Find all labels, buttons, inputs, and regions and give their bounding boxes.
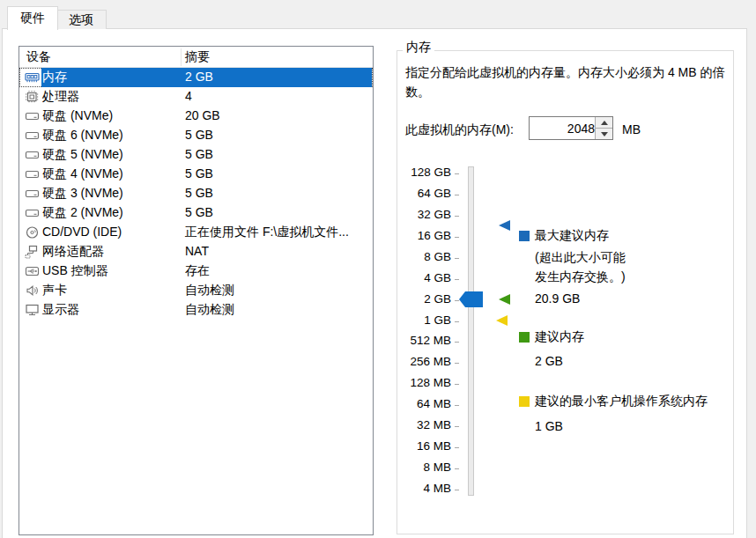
max-memory-legend-label: 最大建议内存 bbox=[535, 228, 609, 244]
scale-tick bbox=[455, 173, 459, 174]
device-row[interactable]: 内存2 GB bbox=[19, 68, 373, 87]
scale-tick bbox=[455, 468, 459, 469]
disk-icon bbox=[25, 148, 40, 162]
minimum-memory-legend-swatch bbox=[519, 396, 530, 407]
down-arrow-icon bbox=[601, 132, 608, 136]
scale-label: 16 GB bbox=[397, 229, 451, 242]
max-memory-legend-swatch bbox=[519, 231, 530, 241]
device-row[interactable]: USB 控制器存在 bbox=[19, 262, 373, 281]
device-name: CD/DVD (IDE) bbox=[42, 225, 122, 239]
scale-tick bbox=[455, 426, 459, 427]
device-summary: 5 GB bbox=[185, 128, 213, 142]
device-name: 硬盘 6 (NVMe) bbox=[42, 128, 123, 144]
device-row[interactable]: 声卡自动检测 bbox=[19, 281, 373, 300]
minimum-memory-value: 1 GB bbox=[535, 419, 563, 433]
disk-icon bbox=[25, 187, 40, 201]
device-name: 声卡 bbox=[42, 283, 67, 298]
scale-tick bbox=[455, 237, 459, 238]
up-arrow-icon bbox=[601, 121, 608, 125]
device-list: 设备 摘要 内存2 GB处理器4硬盘 (NVMe)20 GB硬盘 6 (NVMe… bbox=[19, 46, 374, 535]
scale-tick bbox=[455, 216, 459, 217]
scale-label: 512 MB bbox=[397, 334, 451, 347]
device-name: 硬盘 2 (NVMe) bbox=[42, 205, 123, 221]
device-row[interactable]: 硬盘 3 (NVMe)5 GB bbox=[19, 184, 373, 203]
device-name: USB 控制器 bbox=[42, 263, 108, 279]
scale-tick bbox=[455, 342, 459, 343]
spinner-down-button[interactable] bbox=[596, 129, 612, 139]
scale-label: 32 MB bbox=[397, 418, 451, 431]
scale-label: 128 GB bbox=[397, 166, 451, 179]
scale-tick bbox=[455, 195, 459, 195]
display-icon bbox=[25, 303, 40, 317]
device-row[interactable]: 网络适配器NAT bbox=[19, 242, 373, 262]
scale-label: 4 GB bbox=[397, 271, 451, 284]
device-summary: NAT bbox=[185, 244, 209, 258]
device-summary: 存在 bbox=[185, 263, 210, 279]
device-summary: 5 GB bbox=[185, 166, 213, 181]
device-summary: 20 GB bbox=[185, 108, 220, 122]
scale-label: 128 MB bbox=[397, 376, 451, 389]
column-divider bbox=[181, 48, 182, 66]
device-row[interactable]: 处理器4 bbox=[19, 87, 373, 107]
memory-groupbox-title: 内存 bbox=[403, 40, 434, 55]
scale-label: 32 GB bbox=[397, 208, 451, 221]
scale-label: 8 MB bbox=[397, 461, 451, 474]
scale-label: 4 MB bbox=[397, 482, 451, 495]
tab-hardware[interactable]: 硬件 bbox=[7, 6, 58, 30]
scale-label: 2 GB bbox=[397, 292, 451, 306]
scale-tick bbox=[455, 405, 459, 406]
memory-size-input[interactable] bbox=[530, 117, 597, 139]
scale-tick bbox=[455, 490, 459, 490]
device-name: 显示器 bbox=[42, 302, 79, 318]
device-summary: 5 GB bbox=[185, 147, 213, 161]
device-summary: 自动检测 bbox=[185, 283, 234, 298]
scale-tick bbox=[455, 258, 459, 259]
disk-icon bbox=[25, 109, 40, 123]
scale-label: 8 GB bbox=[397, 250, 451, 263]
scale-label: 1 GB bbox=[397, 313, 451, 327]
memory-unit-label: MB bbox=[622, 122, 641, 136]
device-row[interactable]: 硬盘 (NVMe)20 GB bbox=[19, 107, 373, 126]
memory-icon bbox=[25, 70, 40, 85]
scale-label: 16 MB bbox=[397, 439, 451, 453]
device-row[interactable]: 显示器自动检测 bbox=[19, 300, 373, 320]
scale-tick bbox=[455, 363, 459, 364]
column-header-device: 设备 bbox=[26, 49, 51, 65]
scale-tick bbox=[455, 321, 459, 322]
device-row[interactable]: 硬盘 2 (NVMe)5 GB bbox=[19, 203, 373, 223]
device-summary: 2 GB bbox=[185, 70, 213, 84]
memory-spinbox bbox=[529, 116, 613, 140]
sound-icon bbox=[25, 284, 40, 298]
device-summary: 自动检测 bbox=[185, 302, 234, 318]
scale-tick bbox=[455, 300, 459, 301]
recommended-memory-legend-label: 建议内存 bbox=[535, 329, 584, 345]
memory-slider-track[interactable] bbox=[468, 166, 474, 496]
device-name: 处理器 bbox=[42, 89, 79, 105]
device-row[interactable]: 硬盘 5 (NVMe)5 GB bbox=[19, 145, 373, 165]
max-memory-value: 20.9 GB bbox=[535, 291, 580, 306]
disk-icon bbox=[25, 129, 40, 143]
scale-label: 64 GB bbox=[397, 187, 451, 200]
scale-label: 64 MB bbox=[397, 397, 451, 410]
device-summary: 5 GB bbox=[185, 186, 213, 200]
max-memory-note-line1: (超出此大小可能 bbox=[535, 250, 626, 266]
device-row[interactable]: 硬盘 4 (NVMe)5 GB bbox=[19, 165, 373, 184]
max-memory-note-line2: 发生内存交换。) bbox=[535, 269, 626, 285]
device-summary: 5 GB bbox=[185, 205, 213, 219]
tab-bar: 硬件选项 bbox=[0, 0, 756, 29]
memory-description: 指定分配给此虚拟机的内存量。内存大小必须为 4 MB 的倍数。 bbox=[405, 63, 730, 101]
recommended-memory-value: 2 GB bbox=[535, 354, 563, 368]
scale-label: 256 MB bbox=[397, 355, 451, 368]
disk-icon bbox=[25, 206, 40, 220]
device-row[interactable]: 硬盘 6 (NVMe)5 GB bbox=[19, 126, 373, 145]
device-row[interactable]: CD/DVD (IDE)正在使用文件 F:\虚拟机文件... bbox=[19, 223, 373, 242]
device-summary: 正在使用文件 F:\虚拟机文件... bbox=[185, 225, 349, 240]
network-icon bbox=[25, 245, 40, 259]
spinner-up-button[interactable] bbox=[596, 117, 612, 129]
device-rows: 内存2 GB处理器4硬盘 (NVMe)20 GB硬盘 6 (NVMe)5 GB硬… bbox=[19, 68, 373, 320]
recommended-memory-legend-swatch bbox=[519, 332, 530, 343]
disk-icon bbox=[25, 167, 40, 181]
device-name: 硬盘 5 (NVMe) bbox=[42, 147, 123, 163]
scale-tick bbox=[455, 384, 459, 385]
tab-options[interactable]: 选项 bbox=[56, 10, 107, 29]
